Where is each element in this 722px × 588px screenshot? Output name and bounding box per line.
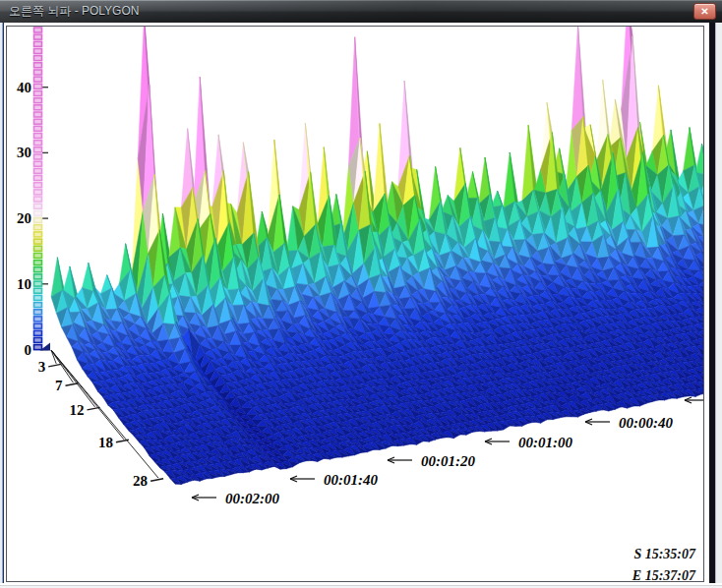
legend-swatch — [34, 105, 42, 110]
legend-swatch — [34, 210, 42, 215]
amplitude-tick-label: 0 — [25, 342, 32, 358]
legend-swatch — [34, 232, 42, 237]
legend-swatch — [34, 261, 42, 265]
legend-swatch — [34, 204, 42, 208]
legend-swatch — [34, 56, 42, 61]
legend-swatch — [34, 218, 42, 223]
time-tick-label: 00:01:20 — [421, 453, 475, 469]
legend-swatch — [34, 295, 42, 300]
legend-swatch — [34, 288, 42, 293]
app-window: 오른쪽 뇌파 - POLYGON ✕ 0102030403712182800:0… — [0, 0, 722, 588]
legend-swatch — [34, 303, 42, 308]
time-tick-label: 00:00:40 — [619, 415, 673, 431]
frequency-tick — [88, 407, 100, 410]
frequency-tick-label: 12 — [70, 402, 85, 418]
legend-swatch — [34, 154, 42, 159]
legend-swatch — [34, 70, 42, 75]
window-frame-left — [0, 22, 6, 588]
frequency-tick — [150, 479, 163, 482]
legend-swatch — [34, 239, 42, 244]
close-icon: ✕ — [700, 6, 708, 17]
legend-swatch — [34, 161, 42, 166]
legend-swatch — [34, 141, 42, 146]
legend-swatch — [34, 126, 42, 131]
frequency-tick — [116, 440, 129, 442]
close-button[interactable]: ✕ — [693, 3, 716, 20]
legend-swatch — [34, 84, 42, 88]
legend-swatch — [34, 253, 42, 258]
legend-swatch — [34, 49, 42, 54]
window-frame-bottom — [0, 583, 722, 588]
legend-swatch — [34, 41, 42, 46]
legend-swatch — [34, 267, 42, 272]
legend-swatch — [34, 317, 42, 322]
legend-swatch — [34, 168, 42, 173]
frequency-tick-label: 28 — [133, 473, 148, 489]
legend-swatch — [34, 337, 42, 342]
frequency-tick-label: 3 — [38, 359, 46, 375]
amplitude-tick-label: 20 — [17, 210, 31, 226]
window-title: 오른쪽 뇌파 - POLYGON — [0, 3, 139, 20]
legend-swatch — [34, 119, 42, 124]
legend-swatch — [34, 246, 42, 251]
amplitude-tick-label: 40 — [17, 80, 31, 95]
legend-swatch — [34, 112, 42, 117]
surface-facet — [695, 144, 703, 175]
time-tick-label: 00:02:00 — [225, 491, 279, 506]
legend-swatch — [34, 63, 42, 68]
legend-swatch — [34, 183, 42, 188]
recording-time-annotations: S 15:35:07 E 15:37:07 — [632, 544, 695, 587]
legend-swatch — [34, 98, 42, 103]
surface-facet — [466, 172, 478, 199]
legend-swatch — [34, 323, 42, 328]
time-tick-label: 00:01:40 — [324, 472, 378, 488]
legend-swatch — [34, 147, 42, 152]
legend-swatch — [34, 310, 42, 315]
start-time-label: S 15:35:07 — [632, 544, 695, 565]
legend-swatch — [34, 190, 42, 195]
legend-swatch — [34, 176, 42, 181]
plot-area: 0102030403712182800:02:0000:01:4000:01:2… — [6, 26, 704, 582]
legend-swatch — [34, 34, 42, 39]
legend-swatch — [34, 91, 42, 96]
time-tick-label: 00:01:00 — [518, 435, 572, 450]
title-bar[interactable]: 오른쪽 뇌파 - POLYGON ✕ — [0, 0, 722, 23]
frequency-tick-label: 7 — [55, 378, 63, 393]
legend-swatch — [34, 225, 42, 230]
frequency-tick — [48, 364, 61, 367]
surface-chart: 0102030403712182800:02:0000:01:4000:01:2… — [7, 27, 703, 581]
legend-swatch — [34, 28, 42, 32]
frequency-tick — [66, 383, 79, 386]
legend-swatch — [34, 274, 42, 279]
legend-swatch — [34, 345, 42, 350]
amplitude-tick-label: 30 — [17, 145, 31, 160]
legend-swatch — [34, 197, 42, 202]
legend-swatch — [34, 77, 42, 82]
amplitude-tick-label: 10 — [17, 276, 31, 292]
legend-swatch — [34, 330, 42, 335]
frequency-tick-label: 18 — [98, 435, 113, 450]
end-time-label: E 15:37:07 — [632, 565, 695, 587]
window-frame-right — [707, 22, 722, 588]
legend-swatch — [34, 281, 42, 286]
legend-swatch — [34, 134, 42, 139]
